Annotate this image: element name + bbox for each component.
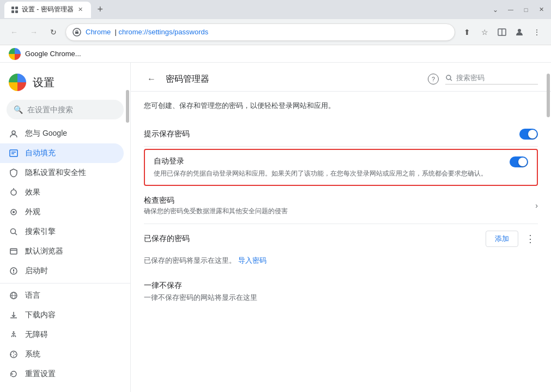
svg-rect-9 [10, 150, 17, 156]
autofill-icon [9, 148, 19, 158]
saved-passwords-empty: 已保存的密码将显示在这里。 导入密码 [144, 251, 538, 270]
sidebar-item-reset[interactable]: 重置设置 [0, 364, 124, 384]
collapse-button[interactable]: ⌄ [490, 4, 501, 15]
active-tab[interactable]: 设置 - 密码管理器 ✕ [4, 2, 91, 18]
language-icon [9, 291, 19, 300]
sidebar-item-system[interactable]: 系统 [0, 345, 124, 364]
reset-icon [9, 369, 19, 379]
system-icon [9, 349, 19, 359]
content-header: ← 密码管理器 ? [131, 63, 551, 92]
titlebar: 设置 - 密码管理器 ✕ + ⌄ [0, 0, 551, 19]
sidebar-search-input[interactable] [27, 105, 117, 114]
content-scrollbar[interactable] [547, 74, 550, 117]
svg-rect-0 [11, 7, 14, 9]
offer-to-save-toggle[interactable] [519, 129, 538, 140]
privacy-icon [9, 168, 19, 178]
sidebar-item-downloads[interactable]: 下载内容 [0, 305, 124, 325]
sidebar-item-label-privacy: 隐私设置和安全性 [25, 168, 86, 178]
new-tab-button[interactable]: + [93, 3, 107, 17]
sidebar-search-container[interactable]: 🔍 [7, 100, 124, 119]
svg-line-17 [15, 233, 17, 236]
address-url: chrome://settings/passwords [118, 28, 208, 36]
never-save-title: 一律不保存 [144, 281, 538, 291]
sidebar-item-accessibility[interactable]: 无障碍 [0, 325, 124, 345]
maximize-button[interactable] [520, 4, 531, 15]
effects-icon [9, 188, 19, 197]
sidebar-search-icon: 🔍 [14, 105, 23, 114]
tab-close-button[interactable]: ✕ [77, 6, 84, 14]
sidebar-item-appearance[interactable]: 外观 [0, 202, 124, 222]
sidebar-item-default-browser[interactable]: 默认浏览器 [0, 242, 124, 261]
svg-point-8 [12, 131, 15, 134]
sidebar-item-label-accessibility: 无障碍 [25, 330, 48, 340]
share-button[interactable]: ⬆ [459, 25, 475, 40]
split-view-button[interactable] [494, 25, 510, 40]
browser-toolbar: ← → ↻ Chrome | chrome://settings/passwor… [0, 19, 551, 45]
sidebar-scrollbar[interactable] [126, 90, 129, 123]
offer-to-save-label: 提示保存密码 [144, 129, 190, 139]
sidebar-item-startup[interactable]: 启动时 [0, 261, 124, 281]
back-button[interactable]: ← [7, 25, 22, 40]
sidebar-item-autofill[interactable]: 自动填充 [0, 143, 124, 163]
never-save-desc: 一律不保存密码的网站将显示在这里 [144, 293, 538, 303]
svg-point-26 [13, 331, 15, 333]
svg-point-27 [446, 75, 451, 80]
svg-rect-3 [15, 10, 18, 13]
check-password-title: 检查密码 [144, 196, 288, 206]
sidebar-item-search[interactable]: 搜索引擎 [0, 222, 124, 242]
sidebar-item-privacy[interactable]: 隐私设置和安全性 [0, 163, 124, 183]
google-chrome-logo [9, 48, 21, 60]
check-password-section[interactable]: 检查密码 确保您的密码免受数据泄露和其他安全问题的侵害 › [144, 188, 538, 224]
address-bar[interactable]: Chrome | chrome://settings/passwords [65, 23, 455, 41]
more-options-button[interactable]: ⋮ [523, 231, 538, 246]
svg-rect-18 [10, 249, 17, 254]
svg-point-15 [13, 211, 15, 213]
sidebar-item-label-startup: 启动时 [25, 266, 48, 276]
menu-button[interactable]: ⋮ [529, 25, 544, 40]
search-password-input[interactable] [456, 74, 538, 82]
auto-login-desc: 使用已保存的凭据自动登录网站和应用。如果关闭了该功能，在您每次登录网站或应用之前… [154, 168, 501, 178]
address-prefix: Chrome [86, 28, 111, 36]
auto-login-title: 自动登录 [154, 156, 501, 166]
auto-login-toggle[interactable] [510, 156, 528, 167]
chevron-right-icon: › [535, 201, 538, 210]
startup-icon [9, 266, 19, 276]
saved-passwords-title: 已保存的密码 [144, 234, 190, 244]
app-name-label: Google Chrome... [25, 50, 81, 58]
browser-header: Google Chrome... [0, 45, 551, 63]
window-controls: ⌄ [490, 4, 547, 15]
tab-favicon [11, 6, 19, 14]
add-password-button[interactable]: 添加 [486, 231, 518, 247]
titlebar-left: 设置 - 密码管理器 ✕ + [4, 2, 107, 18]
main-container: 设置 🔍 您与 Google 自动填充 [0, 63, 551, 392]
sidebar-item-label-downloads: 下载内容 [25, 310, 56, 320]
search-password-icon [445, 74, 453, 82]
minimize-button[interactable] [505, 4, 516, 15]
sidebar-item-effects[interactable]: 效果 [0, 183, 124, 202]
sidebar-item-label-autofill: 自动填充 [25, 148, 56, 158]
content-back-button[interactable]: ← [144, 71, 159, 87]
svg-rect-1 [15, 7, 18, 9]
search-password-container[interactable] [445, 74, 538, 85]
profile-button[interactable] [512, 25, 527, 40]
refresh-button[interactable]: ↻ [46, 25, 61, 40]
sidebar-item-language[interactable]: 语言 [0, 286, 124, 305]
google-icon [9, 129, 19, 138]
offer-to-save-row: 提示保存密码 [144, 122, 538, 147]
help-icon[interactable]: ? [428, 74, 439, 85]
close-button[interactable] [536, 4, 547, 15]
sidebar-item-google[interactable]: 您与 Google [0, 124, 124, 143]
bookmark-button[interactable]: ☆ [477, 25, 492, 40]
sidebar-item-label-appearance: 外观 [25, 207, 40, 217]
nav-divider [0, 283, 130, 284]
content-area: ← 密码管理器 ? 您可创建、保存和管理您的密码，以便轻松登录网站和应用。 提示… [131, 63, 551, 392]
import-password-link[interactable]: 导入密码 [238, 256, 267, 264]
content-body: 您可创建、保存和管理您的密码，以便轻松登录网站和应用。 提示保存密码 自动登录 … [131, 92, 551, 311]
auto-login-text: 自动登录 使用已保存的凭据自动登录网站和应用。如果关闭了该功能，在您每次登录网站… [154, 156, 510, 178]
svg-point-16 [11, 229, 16, 234]
sidebar: 设置 🔍 您与 Google 自动填充 [0, 63, 131, 392]
default-browser-icon [9, 246, 19, 256]
forward-button[interactable]: → [26, 25, 41, 40]
sidebar-item-label-language: 语言 [25, 291, 40, 300]
sidebar-header: 设置 [0, 67, 130, 95]
